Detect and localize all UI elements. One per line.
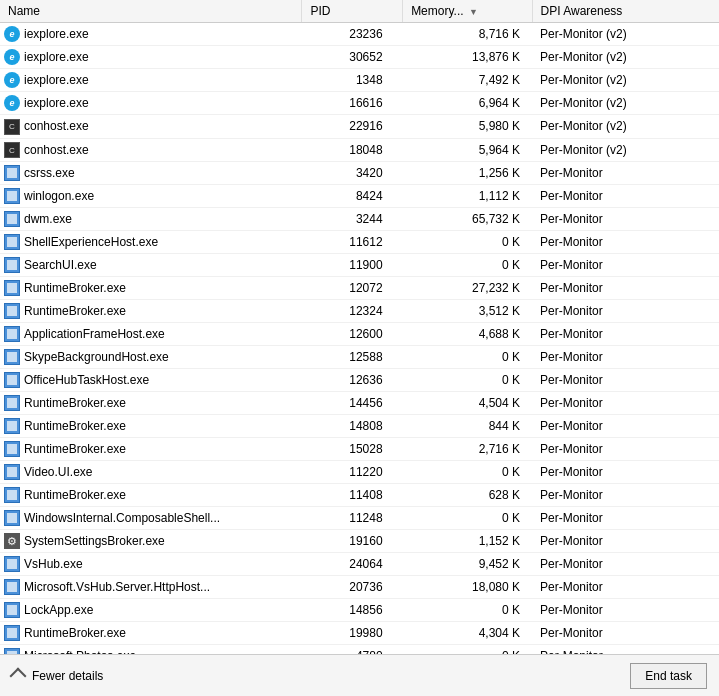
table-row[interactable]: OfficeHubTaskHost.exe126360 KPer-Monitor	[0, 369, 719, 392]
process-pid: 11220	[302, 461, 403, 484]
col-header-pid[interactable]: PID	[302, 0, 403, 23]
process-icon	[4, 188, 20, 204]
footer: Fewer details End task	[0, 654, 719, 696]
process-memory: 0 K	[403, 599, 532, 622]
fewer-details-link[interactable]: Fewer details	[12, 669, 103, 683]
table-row[interactable]: Video.UI.exe112200 KPer-Monitor	[0, 461, 719, 484]
process-pid: 19160	[302, 530, 403, 553]
table-row[interactable]: Cconhost.exe229165,980 KPer-Monitor (v2)	[0, 115, 719, 139]
process-memory: 1,256 K	[403, 162, 532, 185]
process-name: ShellExperienceHost.exe	[24, 235, 158, 249]
process-icon	[4, 487, 20, 503]
process-icon	[4, 349, 20, 365]
sort-arrow-icon: ▼	[469, 7, 478, 17]
end-task-button[interactable]: End task	[630, 663, 707, 689]
process-icon	[4, 579, 20, 595]
process-icon	[4, 625, 20, 641]
process-pid: 3420	[302, 162, 403, 185]
process-icon	[4, 257, 20, 273]
process-pid: 12072	[302, 277, 403, 300]
table-row[interactable]: ShellExperienceHost.exe116120 KPer-Monit…	[0, 231, 719, 254]
table-row[interactable]: Microsoft.Photos.exe47800 KPer-Monitor	[0, 645, 719, 655]
process-dpi: Per-Monitor	[532, 346, 719, 369]
process-dpi: Per-Monitor	[532, 645, 719, 655]
process-pid: 12324	[302, 300, 403, 323]
process-icon	[4, 372, 20, 388]
table-row[interactable]: RuntimeBroker.exe199804,304 KPer-Monitor	[0, 622, 719, 645]
process-memory: 18,080 K	[403, 576, 532, 599]
process-name: csrss.exe	[24, 166, 75, 180]
process-pid: 16616	[302, 92, 403, 115]
table-row[interactable]: eiexplore.exe3065213,876 KPer-Monitor (v…	[0, 46, 719, 69]
process-memory: 0 K	[403, 231, 532, 254]
process-name: SearchUI.exe	[24, 258, 97, 272]
process-name: SkypeBackgroundHost.exe	[24, 350, 169, 364]
table-row[interactable]: eiexplore.exe166166,964 KPer-Monitor (v2…	[0, 92, 719, 115]
table-row[interactable]: eiexplore.exe232368,716 KPer-Monitor (v2…	[0, 23, 719, 46]
col-header-dpi[interactable]: DPI Awareness	[532, 0, 719, 23]
process-pid: 19980	[302, 622, 403, 645]
process-icon	[4, 418, 20, 434]
table-row[interactable]: Microsoft.VsHub.Server.HttpHost...207361…	[0, 576, 719, 599]
col-header-name[interactable]: Name	[0, 0, 302, 23]
process-memory: 0 K	[403, 346, 532, 369]
process-memory: 2,716 K	[403, 438, 532, 461]
col-header-memory[interactable]: Memory... ▼	[403, 0, 532, 23]
process-memory: 27,232 K	[403, 277, 532, 300]
table-row[interactable]: SearchUI.exe119000 KPer-Monitor	[0, 254, 719, 277]
process-memory: 0 K	[403, 645, 532, 655]
table-row[interactable]: RuntimeBroker.exe144564,504 KPer-Monitor	[0, 392, 719, 415]
process-dpi: Per-Monitor	[532, 277, 719, 300]
process-memory: 0 K	[403, 461, 532, 484]
table-row[interactable]: RuntimeBroker.exe14808844 KPer-Monitor	[0, 415, 719, 438]
table-row[interactable]: RuntimeBroker.exe11408628 KPer-Monitor	[0, 484, 719, 507]
process-name: RuntimeBroker.exe	[24, 626, 126, 640]
process-pid: 4780	[302, 645, 403, 655]
table-row[interactable]: Cconhost.exe180485,964 KPer-Monitor (v2)	[0, 138, 719, 162]
table-row[interactable]: VsHub.exe240649,452 KPer-Monitor	[0, 553, 719, 576]
process-name: OfficeHubTaskHost.exe	[24, 373, 149, 387]
table-row[interactable]: csrss.exe34201,256 KPer-Monitor	[0, 162, 719, 185]
process-icon	[4, 510, 20, 526]
process-name: ApplicationFrameHost.exe	[24, 327, 165, 341]
table-row[interactable]: dwm.exe324465,732 KPer-Monitor	[0, 208, 719, 231]
process-icon: ⚙	[4, 533, 20, 549]
table-row[interactable]: LockApp.exe148560 KPer-Monitor	[0, 599, 719, 622]
process-name: RuntimeBroker.exe	[24, 419, 126, 433]
process-dpi: Per-Monitor (v2)	[532, 138, 719, 162]
process-name: iexplore.exe	[24, 27, 89, 41]
process-memory: 4,504 K	[403, 392, 532, 415]
process-dpi: Per-Monitor	[532, 461, 719, 484]
process-name: LockApp.exe	[24, 603, 93, 617]
table-row[interactable]: WindowsInternal.ComposableShell...112480…	[0, 507, 719, 530]
process-icon: e	[4, 95, 20, 111]
table-row[interactable]: SkypeBackgroundHost.exe125880 KPer-Monit…	[0, 346, 719, 369]
table-row[interactable]: eiexplore.exe13487,492 KPer-Monitor (v2)	[0, 69, 719, 92]
chevron-up-icon	[10, 667, 27, 684]
process-icon: e	[4, 26, 20, 42]
process-memory: 4,688 K	[403, 323, 532, 346]
process-name: Microsoft.VsHub.Server.HttpHost...	[24, 580, 210, 594]
process-name: VsHub.exe	[24, 557, 83, 571]
process-memory: 13,876 K	[403, 46, 532, 69]
process-icon: C	[4, 118, 20, 135]
process-dpi: Per-Monitor	[532, 300, 719, 323]
process-icon: e	[4, 72, 20, 88]
process-memory: 628 K	[403, 484, 532, 507]
process-pid: 14808	[302, 415, 403, 438]
process-memory: 6,964 K	[403, 92, 532, 115]
process-dpi: Per-Monitor	[532, 392, 719, 415]
table-row[interactable]: RuntimeBroker.exe150282,716 KPer-Monitor	[0, 438, 719, 461]
table-row[interactable]: ApplicationFrameHost.exe126004,688 KPer-…	[0, 323, 719, 346]
process-name: Video.UI.exe	[24, 465, 93, 479]
process-name: conhost.exe	[24, 143, 89, 157]
process-name: SystemSettingsBroker.exe	[24, 534, 165, 548]
table-row[interactable]: RuntimeBroker.exe1207227,232 KPer-Monito…	[0, 277, 719, 300]
process-name: RuntimeBroker.exe	[24, 304, 126, 318]
table-row[interactable]: winlogon.exe84241,112 KPer-Monitor	[0, 185, 719, 208]
table-row[interactable]: ⚙SystemSettingsBroker.exe191601,152 KPer…	[0, 530, 719, 553]
process-name: conhost.exe	[24, 119, 89, 133]
process-name: RuntimeBroker.exe	[24, 396, 126, 410]
table-row[interactable]: RuntimeBroker.exe123243,512 KPer-Monitor	[0, 300, 719, 323]
process-table-container[interactable]: Name PID Memory... ▼ DPI Awareness eiexp…	[0, 0, 719, 654]
